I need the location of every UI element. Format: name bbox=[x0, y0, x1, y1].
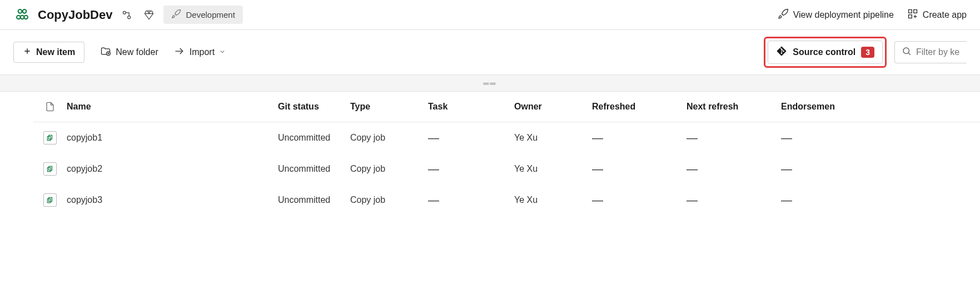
table-row[interactable]: copyjob3 Uncommitted Copy job — Ye Xu — … bbox=[33, 185, 980, 216]
row-next-refresh: — bbox=[687, 163, 781, 176]
row-endorsement: — bbox=[781, 163, 853, 176]
row-owner: Ye Xu bbox=[514, 133, 592, 143]
row-owner: Ye Xu bbox=[514, 195, 592, 205]
svg-point-4 bbox=[24, 15, 28, 19]
workspace-icon bbox=[13, 6, 31, 24]
row-refreshed: — bbox=[592, 194, 687, 207]
row-task: — bbox=[428, 132, 514, 144]
page-header: CopyJobDev Development bbox=[0, 0, 980, 30]
source-control-label: Source control bbox=[793, 47, 855, 57]
plus-icon bbox=[23, 47, 32, 58]
svg-point-5 bbox=[123, 11, 126, 14]
column-header-next-refresh[interactable]: Next refresh bbox=[687, 102, 781, 112]
column-header-refreshed[interactable]: Refreshed bbox=[592, 102, 687, 112]
new-item-label: New item bbox=[36, 47, 75, 57]
source-control-highlight: Source control 3 bbox=[764, 37, 887, 68]
create-app-button[interactable]: Create app bbox=[907, 8, 967, 22]
row-endorsement: — bbox=[781, 194, 853, 207]
new-item-button[interactable]: New item bbox=[13, 42, 84, 63]
column-header-name[interactable]: Name bbox=[67, 102, 278, 112]
row-git-status: Uncommitted bbox=[278, 133, 350, 143]
folder-plus-icon bbox=[100, 46, 111, 59]
task-flow-icon[interactable] bbox=[119, 7, 135, 23]
filter-input[interactable] bbox=[916, 47, 966, 57]
svg-rect-7 bbox=[908, 9, 912, 13]
diamond-icon[interactable] bbox=[141, 7, 157, 23]
chevron-down-icon bbox=[219, 47, 226, 57]
row-task: — bbox=[428, 194, 514, 207]
row-refreshed: — bbox=[592, 132, 687, 144]
svg-point-1 bbox=[23, 9, 27, 13]
create-app-label: Create app bbox=[923, 10, 967, 20]
drag-handle-icon: ══ bbox=[484, 79, 497, 88]
row-name[interactable]: copyjob3 bbox=[67, 195, 278, 205]
svg-rect-9 bbox=[908, 14, 912, 18]
row-icon-cell bbox=[33, 193, 67, 207]
copyjob-icon bbox=[43, 131, 57, 144]
table-row[interactable]: copyjob1 Uncommitted Copy job — Ye Xu — … bbox=[33, 122, 980, 153]
copyjob-icon bbox=[43, 162, 57, 176]
import-label: Import bbox=[190, 47, 215, 57]
rocket-icon bbox=[778, 8, 789, 22]
row-git-status: Uncommitted bbox=[278, 195, 350, 205]
column-header-endorsement[interactable]: Endorsemen bbox=[781, 102, 853, 112]
row-task: — bbox=[428, 163, 514, 176]
workspace-title: CopyJobDev bbox=[38, 8, 112, 22]
view-deployment-pipeline-button[interactable]: View deployment pipeline bbox=[778, 8, 894, 22]
development-label: Development bbox=[186, 10, 235, 19]
column-header-icon[interactable] bbox=[33, 102, 67, 112]
table-row[interactable]: copyjob2 Uncommitted Copy job — Ye Xu — … bbox=[33, 153, 980, 185]
view-pipeline-label: View deployment pipeline bbox=[793, 10, 894, 20]
column-header-type[interactable]: Type bbox=[350, 102, 428, 112]
row-type: Copy job bbox=[350, 164, 428, 174]
new-folder-button[interactable]: New folder bbox=[100, 46, 158, 59]
new-folder-label: New folder bbox=[116, 47, 158, 57]
development-stage-pill[interactable]: Development bbox=[163, 6, 242, 24]
import-arrow-icon bbox=[174, 46, 185, 59]
drag-resize-bar[interactable]: ══ bbox=[0, 75, 980, 92]
items-table: Name Git status Type Task Owner Refreshe… bbox=[0, 92, 980, 216]
row-owner: Ye Xu bbox=[514, 164, 592, 174]
toolbar-right: Source control 3 bbox=[764, 37, 967, 68]
row-next-refresh: — bbox=[687, 132, 781, 144]
app-grid-icon bbox=[907, 8, 918, 22]
copyjob-icon bbox=[43, 193, 57, 207]
table-header-row: Name Git status Type Task Owner Refreshe… bbox=[33, 92, 980, 122]
row-refreshed: — bbox=[592, 163, 687, 176]
source-control-button[interactable]: Source control 3 bbox=[768, 41, 883, 64]
row-icon-cell bbox=[33, 131, 67, 144]
row-type: Copy job bbox=[350, 195, 428, 205]
svg-rect-8 bbox=[913, 9, 917, 13]
header-right: View deployment pipeline Create app bbox=[778, 8, 967, 22]
svg-point-0 bbox=[18, 9, 22, 13]
git-icon bbox=[776, 46, 787, 59]
row-icon-cell bbox=[33, 162, 67, 176]
row-name[interactable]: copyjob2 bbox=[67, 164, 278, 174]
row-type: Copy job bbox=[350, 133, 428, 143]
svg-point-6 bbox=[128, 16, 131, 18]
row-next-refresh: — bbox=[687, 194, 781, 207]
source-control-badge: 3 bbox=[861, 47, 874, 58]
toolbar-left: New item New folder Import bbox=[13, 42, 226, 63]
search-icon bbox=[902, 46, 912, 58]
column-header-git-status[interactable]: Git status bbox=[278, 102, 350, 112]
column-header-owner[interactable]: Owner bbox=[514, 102, 592, 112]
rocket-icon bbox=[171, 9, 181, 21]
header-left: CopyJobDev Development bbox=[13, 6, 243, 24]
import-button[interactable]: Import bbox=[174, 46, 226, 59]
svg-point-11 bbox=[903, 48, 909, 54]
toolbar: New item New folder Import bbox=[0, 30, 980, 75]
row-name[interactable]: copyjob1 bbox=[67, 133, 278, 143]
row-git-status: Uncommitted bbox=[278, 164, 350, 174]
row-endorsement: — bbox=[781, 132, 853, 144]
column-header-task[interactable]: Task bbox=[428, 102, 514, 112]
filter-input-container[interactable] bbox=[894, 41, 967, 63]
